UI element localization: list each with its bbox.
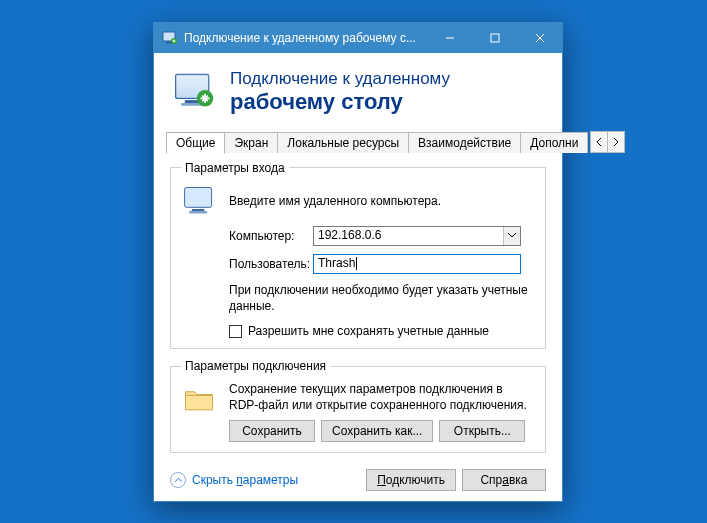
help-button[interactable]: Справка [462, 469, 546, 491]
connection-settings-group: Параметры подключения Сохранение текущих… [170, 359, 546, 452]
svg-rect-4 [491, 34, 499, 42]
svg-rect-14 [189, 211, 207, 214]
tab-display[interactable]: Экран [224, 132, 278, 153]
rdc-window: Подключение к удаленному рабочему с... П… [153, 22, 563, 502]
window-title: Подключение к удаленному рабочему с... [184, 31, 427, 45]
hide-options-link[interactable]: Скрыть параметры [170, 472, 298, 488]
tab-scroll-right[interactable] [607, 131, 625, 153]
minimize-button[interactable] [427, 23, 472, 53]
credentials-note: При подключении необходимо будет указать… [229, 282, 535, 314]
titlebar[interactable]: Подключение к удаленному рабочему с... [154, 23, 562, 53]
login-intro: Введите имя удаленного компьютера. [229, 194, 441, 208]
computer-value[interactable]: 192.168.0.6 [313, 226, 521, 246]
app-icon [162, 30, 178, 46]
save-as-button[interactable]: Сохранить как... [321, 420, 433, 442]
header-line2: рабочему столу [230, 89, 450, 114]
conn-desc: Сохранение текущих параметров подключени… [229, 381, 535, 413]
svg-rect-12 [185, 187, 212, 207]
computer-label: Компьютер: [229, 229, 313, 243]
conn-legend: Параметры подключения [181, 359, 330, 373]
login-settings-group: Параметры входа Введите имя удаленного к… [170, 161, 546, 349]
close-button[interactable] [517, 23, 562, 53]
tab-general[interactable]: Общие [166, 132, 225, 154]
monitor-icon [181, 183, 217, 219]
computer-combo[interactable]: 192.168.0.6 [313, 226, 521, 246]
remember-label: Разрешить мне сохранять учетные данные [248, 324, 489, 338]
tab-experience[interactable]: Взаимодействие [408, 132, 521, 153]
tab-strip: Общие Экран Локальные ресурсы Взаимодейс… [154, 129, 562, 153]
save-button[interactable]: Сохранить [229, 420, 315, 442]
dialog-header: Подключение к удаленному рабочему столу [154, 53, 562, 129]
tab-local-resources[interactable]: Локальные ресурсы [277, 132, 409, 153]
svg-rect-13 [192, 209, 205, 211]
svg-rect-1 [166, 42, 172, 44]
header-line1: Подключение к удаленному [230, 69, 450, 89]
chevron-down-icon[interactable] [503, 227, 520, 245]
dialog-footer: Скрыть параметры Подключить Справка [154, 459, 562, 501]
login-legend: Параметры входа [181, 161, 289, 175]
folder-icon [181, 381, 217, 417]
open-button[interactable]: Открыть... [439, 420, 525, 442]
connect-button[interactable]: Подключить [366, 469, 456, 491]
username-input[interactable]: Thrash [313, 254, 521, 274]
tab-advanced[interactable]: Дополни [520, 132, 588, 153]
chevron-up-icon [170, 472, 186, 488]
tab-scroll-left[interactable] [590, 131, 608, 153]
rdc-logo-icon [172, 69, 216, 113]
maximize-button[interactable] [472, 23, 517, 53]
user-label: Пользователь: [229, 257, 313, 271]
remember-checkbox[interactable] [229, 325, 242, 338]
